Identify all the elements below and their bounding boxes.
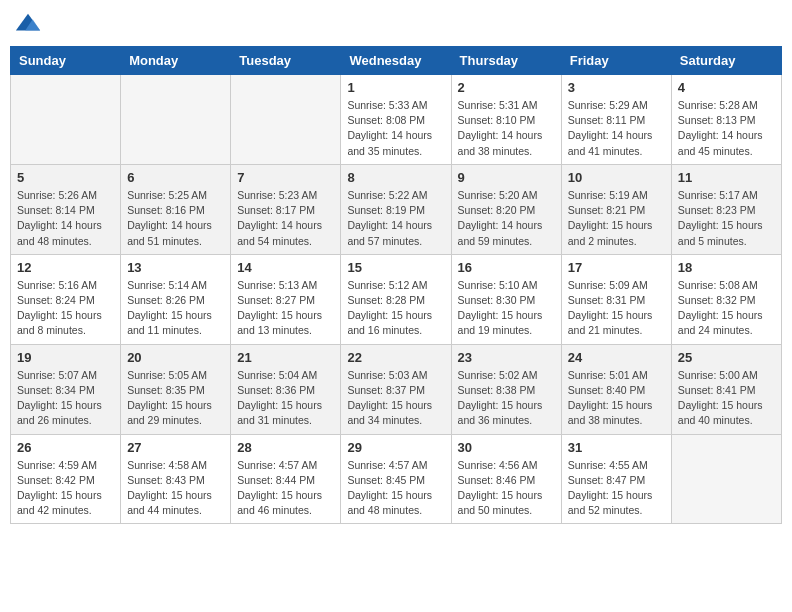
day-number: 21 [237,350,334,365]
weekday-header-monday: Monday [121,47,231,75]
day-number: 8 [347,170,444,185]
day-number: 6 [127,170,224,185]
calendar-cell: 15Sunrise: 5:12 AM Sunset: 8:28 PM Dayli… [341,254,451,344]
day-number: 24 [568,350,665,365]
calendar-cell: 25Sunrise: 5:00 AM Sunset: 8:41 PM Dayli… [671,344,781,434]
day-info: Sunrise: 4:55 AM Sunset: 8:47 PM Dayligh… [568,458,665,519]
day-number: 31 [568,440,665,455]
day-info: Sunrise: 5:33 AM Sunset: 8:08 PM Dayligh… [347,98,444,159]
day-number: 27 [127,440,224,455]
day-info: Sunrise: 5:12 AM Sunset: 8:28 PM Dayligh… [347,278,444,339]
day-number: 22 [347,350,444,365]
weekday-header-row: SundayMondayTuesdayWednesdayThursdayFrid… [11,47,782,75]
calendar-cell: 27Sunrise: 4:58 AM Sunset: 8:43 PM Dayli… [121,434,231,524]
weekday-header-tuesday: Tuesday [231,47,341,75]
calendar-body: 1Sunrise: 5:33 AM Sunset: 8:08 PM Daylig… [11,75,782,524]
day-info: Sunrise: 5:23 AM Sunset: 8:17 PM Dayligh… [237,188,334,249]
day-info: Sunrise: 5:10 AM Sunset: 8:30 PM Dayligh… [458,278,555,339]
calendar-week-row: 12Sunrise: 5:16 AM Sunset: 8:24 PM Dayli… [11,254,782,344]
page-header [10,10,782,38]
day-number: 19 [17,350,114,365]
calendar-cell: 4Sunrise: 5:28 AM Sunset: 8:13 PM Daylig… [671,75,781,165]
day-info: Sunrise: 5:26 AM Sunset: 8:14 PM Dayligh… [17,188,114,249]
day-number: 11 [678,170,775,185]
day-number: 25 [678,350,775,365]
day-number: 23 [458,350,555,365]
calendar-header: SundayMondayTuesdayWednesdayThursdayFrid… [11,47,782,75]
day-info: Sunrise: 5:07 AM Sunset: 8:34 PM Dayligh… [17,368,114,429]
calendar-cell: 20Sunrise: 5:05 AM Sunset: 8:35 PM Dayli… [121,344,231,434]
calendar-cell: 23Sunrise: 5:02 AM Sunset: 8:38 PM Dayli… [451,344,561,434]
calendar-cell: 30Sunrise: 4:56 AM Sunset: 8:46 PM Dayli… [451,434,561,524]
day-info: Sunrise: 5:16 AM Sunset: 8:24 PM Dayligh… [17,278,114,339]
day-number: 7 [237,170,334,185]
day-number: 20 [127,350,224,365]
day-info: Sunrise: 4:56 AM Sunset: 8:46 PM Dayligh… [458,458,555,519]
calendar-week-row: 5Sunrise: 5:26 AM Sunset: 8:14 PM Daylig… [11,164,782,254]
day-info: Sunrise: 5:04 AM Sunset: 8:36 PM Dayligh… [237,368,334,429]
day-info: Sunrise: 4:57 AM Sunset: 8:45 PM Dayligh… [347,458,444,519]
calendar-week-row: 1Sunrise: 5:33 AM Sunset: 8:08 PM Daylig… [11,75,782,165]
day-info: Sunrise: 5:17 AM Sunset: 8:23 PM Dayligh… [678,188,775,249]
calendar-cell: 5Sunrise: 5:26 AM Sunset: 8:14 PM Daylig… [11,164,121,254]
weekday-header-sunday: Sunday [11,47,121,75]
day-info: Sunrise: 5:22 AM Sunset: 8:19 PM Dayligh… [347,188,444,249]
calendar-cell: 9Sunrise: 5:20 AM Sunset: 8:20 PM Daylig… [451,164,561,254]
day-info: Sunrise: 5:03 AM Sunset: 8:37 PM Dayligh… [347,368,444,429]
weekday-header-friday: Friday [561,47,671,75]
day-number: 17 [568,260,665,275]
calendar-cell: 19Sunrise: 5:07 AM Sunset: 8:34 PM Dayli… [11,344,121,434]
day-info: Sunrise: 5:20 AM Sunset: 8:20 PM Dayligh… [458,188,555,249]
calendar-cell [231,75,341,165]
day-number: 10 [568,170,665,185]
logo [14,10,46,38]
calendar-cell [11,75,121,165]
calendar-cell: 7Sunrise: 5:23 AM Sunset: 8:17 PM Daylig… [231,164,341,254]
calendar-cell: 29Sunrise: 4:57 AM Sunset: 8:45 PM Dayli… [341,434,451,524]
calendar-cell [671,434,781,524]
calendar-cell: 6Sunrise: 5:25 AM Sunset: 8:16 PM Daylig… [121,164,231,254]
calendar-cell: 28Sunrise: 4:57 AM Sunset: 8:44 PM Dayli… [231,434,341,524]
day-info: Sunrise: 5:14 AM Sunset: 8:26 PM Dayligh… [127,278,224,339]
day-number: 2 [458,80,555,95]
day-info: Sunrise: 5:08 AM Sunset: 8:32 PM Dayligh… [678,278,775,339]
weekday-header-thursday: Thursday [451,47,561,75]
calendar-cell: 22Sunrise: 5:03 AM Sunset: 8:37 PM Dayli… [341,344,451,434]
day-info: Sunrise: 5:00 AM Sunset: 8:41 PM Dayligh… [678,368,775,429]
calendar-week-row: 26Sunrise: 4:59 AM Sunset: 8:42 PM Dayli… [11,434,782,524]
calendar-week-row: 19Sunrise: 5:07 AM Sunset: 8:34 PM Dayli… [11,344,782,434]
calendar-cell: 26Sunrise: 4:59 AM Sunset: 8:42 PM Dayli… [11,434,121,524]
day-number: 1 [347,80,444,95]
day-info: Sunrise: 5:28 AM Sunset: 8:13 PM Dayligh… [678,98,775,159]
weekday-header-wednesday: Wednesday [341,47,451,75]
calendar-cell: 8Sunrise: 5:22 AM Sunset: 8:19 PM Daylig… [341,164,451,254]
day-info: Sunrise: 5:13 AM Sunset: 8:27 PM Dayligh… [237,278,334,339]
calendar-cell [121,75,231,165]
calendar-table: SundayMondayTuesdayWednesdayThursdayFrid… [10,46,782,524]
calendar-cell: 14Sunrise: 5:13 AM Sunset: 8:27 PM Dayli… [231,254,341,344]
calendar-cell: 2Sunrise: 5:31 AM Sunset: 8:10 PM Daylig… [451,75,561,165]
calendar-cell: 1Sunrise: 5:33 AM Sunset: 8:08 PM Daylig… [341,75,451,165]
day-info: Sunrise: 4:58 AM Sunset: 8:43 PM Dayligh… [127,458,224,519]
weekday-header-saturday: Saturday [671,47,781,75]
day-number: 29 [347,440,444,455]
day-info: Sunrise: 5:19 AM Sunset: 8:21 PM Dayligh… [568,188,665,249]
day-number: 3 [568,80,665,95]
day-number: 18 [678,260,775,275]
calendar-cell: 11Sunrise: 5:17 AM Sunset: 8:23 PM Dayli… [671,164,781,254]
day-number: 4 [678,80,775,95]
calendar-cell: 17Sunrise: 5:09 AM Sunset: 8:31 PM Dayli… [561,254,671,344]
day-info: Sunrise: 5:31 AM Sunset: 8:10 PM Dayligh… [458,98,555,159]
day-number: 13 [127,260,224,275]
day-info: Sunrise: 5:29 AM Sunset: 8:11 PM Dayligh… [568,98,665,159]
day-number: 16 [458,260,555,275]
calendar-cell: 24Sunrise: 5:01 AM Sunset: 8:40 PM Dayli… [561,344,671,434]
calendar-cell: 3Sunrise: 5:29 AM Sunset: 8:11 PM Daylig… [561,75,671,165]
day-number: 14 [237,260,334,275]
calendar-cell: 31Sunrise: 4:55 AM Sunset: 8:47 PM Dayli… [561,434,671,524]
day-number: 28 [237,440,334,455]
calendar-cell: 21Sunrise: 5:04 AM Sunset: 8:36 PM Dayli… [231,344,341,434]
day-info: Sunrise: 4:57 AM Sunset: 8:44 PM Dayligh… [237,458,334,519]
day-info: Sunrise: 5:25 AM Sunset: 8:16 PM Dayligh… [127,188,224,249]
day-number: 12 [17,260,114,275]
